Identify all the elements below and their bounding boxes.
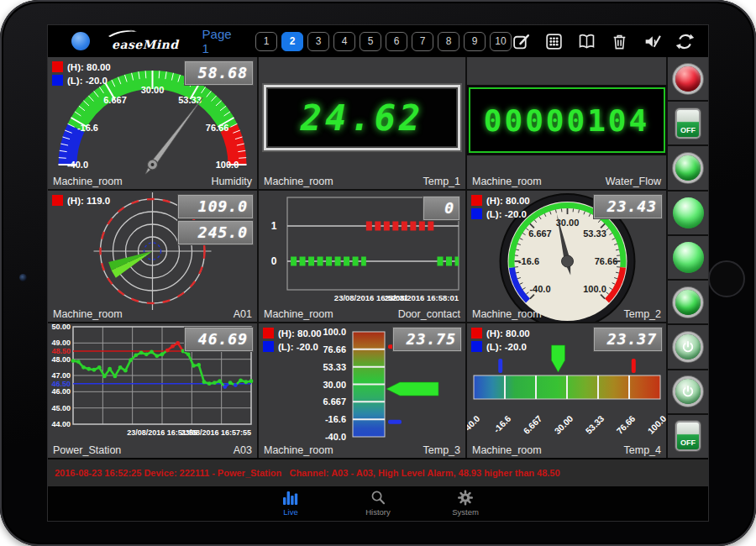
widget-a01-radar[interactable]: (H): 119.0 109.0 245.0 Machine_room A01 xyxy=(48,191,257,322)
page-button-1[interactable]: 1 xyxy=(255,32,277,51)
control-power-button-7[interactable] xyxy=(668,325,708,370)
page-label: Page 1 xyxy=(202,27,242,55)
page-button-3[interactable]: 3 xyxy=(307,32,329,51)
channel-label: Water_Flow xyxy=(606,176,661,187)
page-button-4[interactable]: 4 xyxy=(333,32,355,51)
svg-text:23/08/2016 16:57:55: 23/08/2016 16:57:55 xyxy=(181,428,251,437)
high-alarm-label: (H): 80.00 xyxy=(486,328,530,339)
dashboard-grid: -40.0-16.66.66730.0053.3376.66100.0 (H):… xyxy=(48,57,708,458)
high-alarm-label: (H): 80.00 xyxy=(67,62,111,72)
app-logo: easeMind xyxy=(112,31,179,51)
svg-text:-16.6: -16.6 xyxy=(325,414,346,424)
widget-temp3-vertical-bar[interactable]: 100.076.6653.3330.006.667-16.6-40.0 (H):… xyxy=(259,323,465,458)
status-dot-button[interactable] xyxy=(71,32,90,50)
value-display: 23.75 xyxy=(393,328,461,351)
svg-text:44.00: 44.00 xyxy=(51,420,71,428)
control-led-5[interactable] xyxy=(668,236,708,281)
toolbar-actions xyxy=(512,32,695,51)
low-alarm-swatch xyxy=(471,208,482,219)
bar-chart-icon xyxy=(282,490,299,506)
value-display: 0 xyxy=(423,197,459,220)
widget-a03-trend-chart[interactable]: 50.0049.0048.5048.0047.0046.5046.0045.00… xyxy=(48,323,257,458)
high-alarm-swatch xyxy=(52,61,63,72)
control-rocker-switch-9[interactable]: OFF xyxy=(668,415,708,458)
tab-system[interactable]: System xyxy=(438,486,492,520)
svg-text:46.50: 46.50 xyxy=(51,380,71,388)
high-alarm-label: (H): 119.0 xyxy=(67,196,110,206)
control-power-button-8[interactable] xyxy=(668,370,708,415)
control-push-button-1[interactable] xyxy=(668,57,708,102)
edit-icon[interactable] xyxy=(512,32,531,51)
page-buttons: 12345678910 xyxy=(255,32,512,51)
page-button-6[interactable]: 6 xyxy=(386,32,407,51)
home-button[interactable] xyxy=(708,260,745,297)
green-indicator-ring xyxy=(675,290,701,315)
widget-temp1-display[interactable]: 24.62 Machine_room Temp_1 xyxy=(259,57,465,189)
value-display: 23.37 xyxy=(594,328,662,351)
svg-text:53.33: 53.33 xyxy=(583,228,606,239)
page-button-9[interactable]: 9 xyxy=(464,32,486,51)
low-alarm-label: (L): -20.0 xyxy=(486,209,527,219)
low-alarm-swatch xyxy=(52,75,63,86)
svg-text:48.00: 48.00 xyxy=(51,355,71,364)
green-led xyxy=(673,242,704,273)
page-button-10[interactable]: 10 xyxy=(490,32,512,51)
widget-waterflow-counter[interactable]: 00000104 Machine_room Water_Flow xyxy=(467,57,666,189)
book-icon[interactable] xyxy=(577,32,596,51)
value-display-2: 245.0 xyxy=(178,221,253,244)
trash-icon[interactable] xyxy=(610,32,629,51)
control-led-ring-6[interactable] xyxy=(668,281,708,325)
value-displays: 109.0 245.0 xyxy=(178,195,253,244)
control-led-4[interactable] xyxy=(668,192,708,236)
widget-temp2-gauge[interactable]: -40.0-16.66.66730.0053.3376.66100.0 (H):… xyxy=(467,191,666,322)
high-alarm-swatch xyxy=(52,195,63,206)
svg-text:30.00: 30.00 xyxy=(552,413,575,436)
control-led-ring-3[interactable] xyxy=(668,146,708,191)
alarm-legend: (H): 119.0 xyxy=(52,195,110,206)
app-screen: easeMind Page 1 12345678910 xyxy=(48,25,708,521)
svg-text:-40.0: -40.0 xyxy=(325,432,346,442)
page-button-5[interactable]: 5 xyxy=(360,32,381,51)
green-indicator-ring xyxy=(675,155,701,181)
widget-humidity-gauge[interactable]: -40.0-16.66.66730.0053.3376.66100.0 (H):… xyxy=(48,57,257,189)
high-alarm-swatch xyxy=(263,328,274,339)
svg-text:-16.6: -16.6 xyxy=(518,256,539,266)
device-label: Machine_room xyxy=(472,444,542,456)
digital-display: 24.62 xyxy=(264,85,460,150)
channel-label: Temp_4 xyxy=(624,444,661,456)
page-button-7[interactable]: 7 xyxy=(412,32,433,51)
camera-dot xyxy=(19,274,27,281)
alarm-bar[interactable]: 2016-08-23 16:52:25 Device: 222111 - Pow… xyxy=(48,458,708,486)
svg-text:76.66: 76.66 xyxy=(206,123,229,133)
tab-label: History xyxy=(365,507,391,517)
page-button-2[interactable]: 2 xyxy=(281,32,303,51)
svg-text:-16.6: -16.6 xyxy=(77,123,98,133)
tab-label: System xyxy=(452,507,479,517)
page-button-8[interactable]: 8 xyxy=(438,32,459,51)
high-alarm-swatch xyxy=(471,195,482,206)
svg-text:100.0: 100.0 xyxy=(323,327,346,337)
alarm-message: 2016-08-23 16:52:25 Device: 222111 - Pow… xyxy=(55,468,560,478)
svg-text:76.66: 76.66 xyxy=(595,256,618,266)
svg-text:6.667: 6.667 xyxy=(323,396,346,407)
svg-text:6.667: 6.667 xyxy=(103,95,127,105)
channel-label: Temp_2 xyxy=(624,308,661,320)
rocker-switch: OFF xyxy=(675,108,701,139)
svg-text:76.66: 76.66 xyxy=(323,344,346,354)
tab-history[interactable]: History xyxy=(351,486,405,520)
mute-icon[interactable] xyxy=(643,32,662,51)
low-alarm-label: (L): -20.0 xyxy=(67,76,108,86)
tab-live[interactable]: Live xyxy=(264,486,318,520)
grid-icon[interactable] xyxy=(544,32,564,51)
widget-doorcontact-chart[interactable]: 1023/08/2016 16:52:3123/08/2016 16:58:01… xyxy=(259,191,465,322)
channel-label: Temp_1 xyxy=(423,176,460,187)
svg-text:100.0: 100.0 xyxy=(645,413,666,436)
green-led xyxy=(673,197,704,228)
value-display-1: 109.0 xyxy=(178,195,253,218)
control-rocker-switch-2[interactable]: OFF xyxy=(668,102,708,146)
refresh-icon[interactable] xyxy=(675,32,695,51)
svg-text:50.00: 50.00 xyxy=(51,323,71,331)
svg-text:-16.6: -16.6 xyxy=(491,413,513,435)
widget-temp4-horizontal-bar[interactable]: -40.0-16.66.66730.0053.3376.66100.0 (H):… xyxy=(467,323,666,458)
device-label: Machine_room xyxy=(264,444,333,456)
